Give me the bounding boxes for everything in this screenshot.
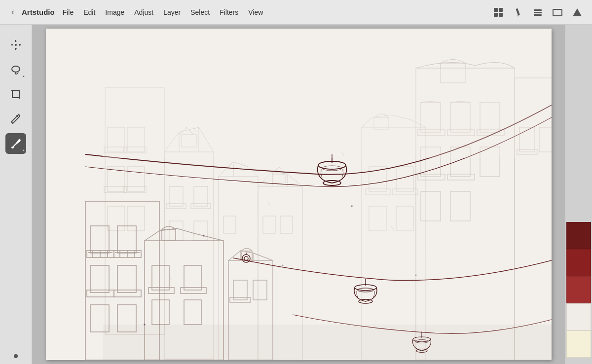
- grid-button[interactable]: [489, 3, 507, 21]
- svg-point-7: [15, 44, 17, 46]
- menu-adjust[interactable]: Adjust: [130, 6, 157, 18]
- layers-icon: [532, 7, 543, 18]
- color-swatch-5[interactable]: [566, 330, 591, 358]
- svg-rect-9: [12, 91, 19, 98]
- menu-image[interactable]: Image: [101, 6, 128, 18]
- lasso-icon: [10, 64, 22, 75]
- left-toolbar: ▸ ▸: [0, 25, 32, 364]
- menu-view[interactable]: View: [244, 6, 267, 18]
- menu-layer[interactable]: Layer: [159, 6, 185, 18]
- menu-edit[interactable]: Edit: [79, 6, 99, 18]
- pencil-icon: [513, 7, 523, 17]
- brush-tool[interactable]: ▸: [5, 133, 26, 154]
- svg-point-120: [203, 235, 205, 237]
- brush-arrow: ▸: [23, 148, 25, 152]
- svg-point-8: [12, 66, 20, 72]
- crop-tool[interactable]: [5, 84, 26, 105]
- warning-button[interactable]: [568, 3, 586, 21]
- svg-marker-1: [518, 15, 518, 17]
- menu-filters[interactable]: Filters: [216, 6, 242, 18]
- frame-button[interactable]: [549, 3, 566, 21]
- svg-rect-3: [534, 12, 542, 13]
- color-swatch-4[interactable]: [566, 303, 591, 330]
- menu-file[interactable]: File: [59, 6, 78, 18]
- color-swatch-2[interactable]: [566, 249, 591, 276]
- color-swatch-1[interactable]: [566, 222, 591, 249]
- svg-point-122: [351, 205, 353, 207]
- svg-rect-0: [516, 8, 520, 15]
- svg-point-121: [282, 265, 283, 266]
- right-color-panel: [565, 25, 592, 364]
- back-icon: ‹: [11, 7, 14, 17]
- layers-button[interactable]: [529, 3, 547, 21]
- color-swatch-3[interactable]: [566, 276, 591, 303]
- sketch-artwork: [46, 29, 552, 360]
- svg-rect-2: [534, 9, 542, 11]
- lasso-tool[interactable]: ▸: [5, 59, 26, 80]
- tool-dot: [14, 354, 18, 358]
- svg-marker-6: [573, 8, 582, 16]
- svg-point-11: [11, 146, 14, 148]
- canvas-area: [32, 25, 565, 364]
- pencil-button[interactable]: [509, 3, 527, 21]
- svg-rect-5: [553, 9, 562, 16]
- eyedropper-icon: [10, 113, 22, 125]
- menubar: ‹ Artstudio File Edit Image Adjust Layer…: [0, 0, 592, 25]
- svg-rect-4: [534, 14, 542, 16]
- drawing-canvas[interactable]: [46, 29, 552, 360]
- warning-icon: [572, 7, 582, 17]
- frame-icon: [552, 7, 563, 18]
- move-icon: [10, 39, 22, 51]
- lasso-arrow: ▸: [23, 74, 25, 78]
- svg-point-10: [16, 115, 18, 117]
- svg-point-124: [144, 324, 146, 326]
- menu-select[interactable]: Select: [186, 6, 214, 18]
- brush-icon: [10, 138, 22, 149]
- eyedropper-tool[interactable]: [5, 109, 26, 129]
- svg-rect-114: [103, 325, 552, 360]
- crop-icon: [10, 88, 22, 100]
- grid-icon: [494, 8, 503, 17]
- svg-rect-113: [103, 69, 552, 158]
- svg-point-123: [415, 275, 416, 276]
- move-tool[interactable]: [5, 35, 26, 55]
- back-button[interactable]: ‹: [6, 5, 20, 19]
- app-title: Artstudio: [22, 8, 55, 16]
